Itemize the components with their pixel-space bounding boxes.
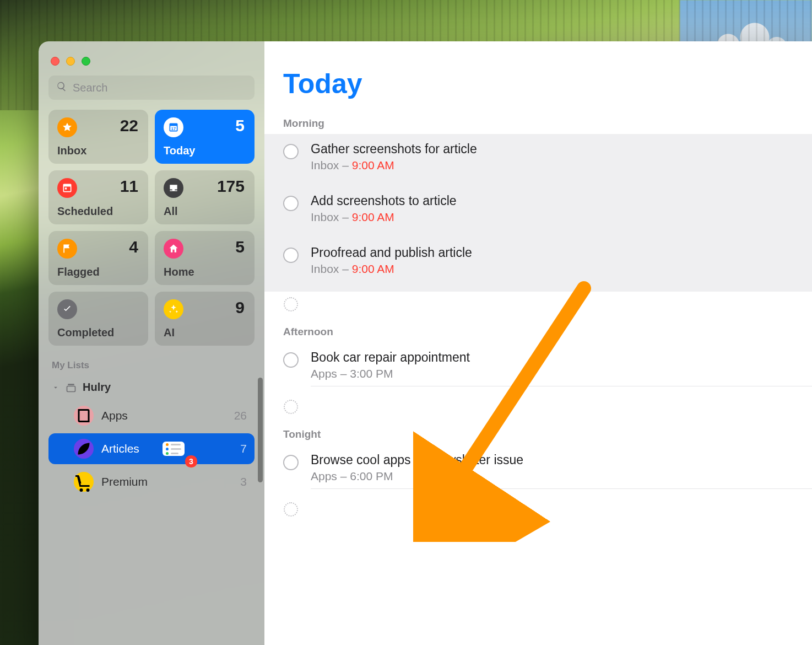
tile-count: 11 bbox=[120, 177, 138, 196]
tile-label: Completed bbox=[57, 326, 114, 339]
tile-label: Flagged bbox=[57, 266, 100, 278]
task-meta: Inbox – 9:00 AM bbox=[311, 211, 812, 224]
section-morning: Morning Gather screenshots for article I… bbox=[264, 113, 812, 292]
window-controls bbox=[48, 53, 255, 76]
star-icon bbox=[57, 117, 77, 137]
task-row[interactable]: Gather screenshots for article Inbox – 9… bbox=[264, 134, 812, 186]
check-icon bbox=[57, 299, 77, 319]
list-name: Premium bbox=[101, 475, 240, 488]
minimize-window-button[interactable] bbox=[66, 57, 75, 66]
task-title: Browse cool apps for newsletter issue bbox=[311, 453, 812, 467]
smart-list-tiles: 22 Inbox 17 5 Today 11 Scheduled 175 All bbox=[48, 110, 255, 346]
sidebar: 22 Inbox 17 5 Today 11 Scheduled 175 All bbox=[39, 41, 264, 645]
tile-count: 5 bbox=[235, 116, 245, 135]
add-task-placeholder[interactable] bbox=[284, 502, 298, 517]
tile-count: 22 bbox=[120, 116, 138, 135]
book-icon bbox=[74, 406, 94, 426]
task-row[interactable]: Add screenshots to article Inbox – 9:00 … bbox=[264, 186, 812, 238]
tile-label: AI bbox=[164, 326, 175, 339]
task-row[interactable]: Browse cool apps for newsletter issue Ap… bbox=[264, 445, 812, 497]
list-count: 26 bbox=[234, 409, 247, 422]
section-label: Tonight bbox=[264, 424, 812, 445]
task-title: Book car repair appointment bbox=[311, 350, 812, 365]
desktop-wallpaper: 22 Inbox 17 5 Today 11 Scheduled 175 All bbox=[0, 0, 812, 645]
svg-text:17: 17 bbox=[171, 126, 176, 131]
task-checkbox[interactable] bbox=[283, 144, 299, 159]
task-row[interactable]: Proofread and publish article Inbox – 9:… bbox=[264, 238, 812, 289]
tile-all[interactable]: 175 All bbox=[155, 170, 255, 224]
reminders-window: 22 Inbox 17 5 Today 11 Scheduled 175 All bbox=[39, 41, 812, 645]
list-item-apps[interactable]: Apps 26 bbox=[48, 400, 255, 431]
list-count: 3 bbox=[240, 475, 247, 488]
list-name: Articles bbox=[101, 442, 157, 455]
calendar-icon bbox=[57, 178, 77, 198]
list-group: Hulry Apps 26 Articles 7 bbox=[48, 377, 255, 497]
calendar-today-icon: 17 bbox=[164, 117, 183, 137]
tile-label: Scheduled bbox=[57, 205, 113, 218]
task-checkbox[interactable] bbox=[283, 352, 299, 368]
tile-label: All bbox=[164, 205, 178, 218]
tile-count: 4 bbox=[129, 238, 138, 256]
annotation-arrow-icon bbox=[413, 255, 600, 542]
section-label: Afternoon bbox=[264, 321, 812, 342]
tile-ai[interactable]: 9 AI bbox=[155, 292, 255, 346]
svg-rect-2 bbox=[67, 386, 75, 391]
notification-badge: 3 bbox=[185, 455, 197, 467]
home-icon bbox=[164, 239, 183, 259]
close-window-button[interactable] bbox=[51, 57, 59, 66]
main-content: Today Morning Gather screenshots for art… bbox=[264, 41, 812, 645]
tile-label: Today bbox=[164, 144, 195, 157]
tile-count: 175 bbox=[217, 177, 245, 196]
task-title: Add screenshots to article bbox=[311, 194, 812, 208]
tray-icon bbox=[164, 178, 183, 198]
page-title: Today bbox=[264, 41, 812, 113]
tile-count: 5 bbox=[235, 238, 245, 256]
zoom-window-button[interactable] bbox=[82, 57, 90, 66]
sidebar-scrollbar[interactable] bbox=[258, 378, 263, 482]
list-item-articles[interactable]: Articles 7 3 bbox=[48, 433, 255, 464]
tile-scheduled[interactable]: 11 Scheduled bbox=[48, 170, 148, 224]
template-chip-icon bbox=[163, 442, 185, 456]
task-title: Gather screenshots for article bbox=[311, 142, 812, 157]
sparkle-icon bbox=[164, 299, 183, 319]
tile-home[interactable]: 5 Home bbox=[155, 231, 255, 285]
tile-label: Home bbox=[164, 266, 194, 278]
task-meta: Apps – 3:00 PM bbox=[311, 367, 812, 380]
list-item-premium[interactable]: Premium 3 bbox=[48, 466, 255, 497]
my-lists-header: My Lists bbox=[48, 360, 255, 371]
add-task-placeholder[interactable] bbox=[284, 297, 298, 311]
section-label: Morning bbox=[264, 113, 812, 134]
stack-icon bbox=[65, 382, 77, 393]
task-meta: Inbox – 9:00 AM bbox=[311, 262, 812, 276]
group-toggle[interactable]: Hulry bbox=[48, 377, 255, 398]
task-meta: Apps – 6:00 PM bbox=[311, 470, 812, 483]
tile-completed[interactable]: Completed bbox=[48, 292, 148, 346]
tile-today[interactable]: 17 5 Today bbox=[155, 110, 255, 164]
group-name: Hulry bbox=[83, 381, 111, 394]
tile-flagged[interactable]: 4 Flagged bbox=[48, 231, 148, 285]
list-name: Apps bbox=[101, 409, 234, 422]
cart-icon bbox=[74, 472, 94, 492]
task-meta: Inbox – 9:00 AM bbox=[311, 159, 812, 172]
task-checkbox[interactable] bbox=[283, 196, 299, 211]
svg-rect-1 bbox=[68, 384, 74, 385]
chevron-down-icon bbox=[52, 384, 59, 391]
leaf-icon bbox=[74, 439, 94, 459]
task-title: Proofread and publish article bbox=[311, 245, 812, 260]
task-checkbox[interactable] bbox=[283, 248, 299, 263]
search-field[interactable] bbox=[48, 76, 255, 100]
tile-label: Inbox bbox=[57, 144, 86, 157]
tile-count: 9 bbox=[235, 298, 245, 317]
list-count: 7 bbox=[240, 442, 247, 455]
task-checkbox[interactable] bbox=[283, 455, 299, 470]
search-input[interactable] bbox=[73, 82, 247, 94]
tile-inbox[interactable]: 22 Inbox bbox=[48, 110, 148, 164]
search-icon bbox=[56, 81, 67, 94]
flag-icon bbox=[57, 239, 77, 259]
add-task-placeholder[interactable] bbox=[284, 400, 298, 414]
task-row[interactable]: Book car repair appointment Apps – 3:00 … bbox=[264, 342, 812, 394]
